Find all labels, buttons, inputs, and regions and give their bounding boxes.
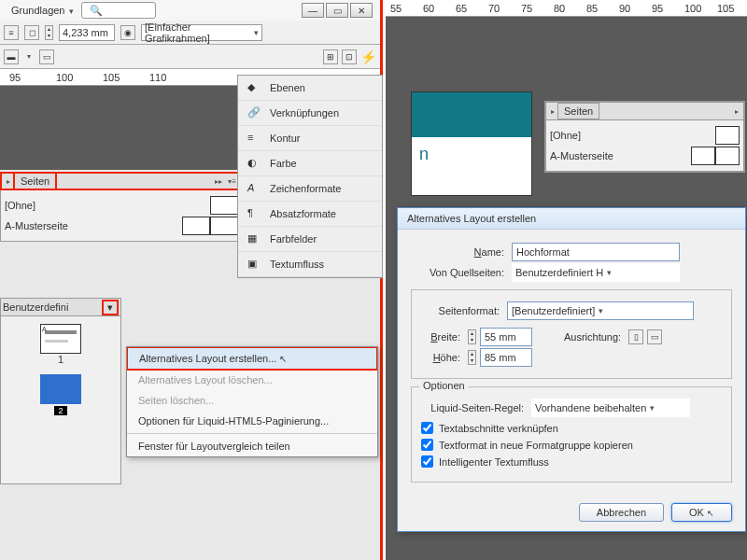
hoehe-label: Höhe: — [421, 352, 460, 363]
name-input[interactable]: Hochformat — [512, 243, 680, 261]
muster-thumb-l[interactable] — [182, 217, 210, 235]
breite-input[interactable]: 55 mm — [480, 328, 532, 346]
crop-icon[interactable]: ◻ — [24, 25, 39, 40]
ausrichtung-label: Ausrichtung: — [564, 331, 621, 343]
page2-label: 2 — [54, 406, 67, 415]
ohne-label[interactable]: [Ohne] — [5, 200, 35, 211]
panel-verknuepfungen[interactable]: 🔗Verknüpfungen — [238, 101, 382, 126]
ruler-right: 55 60 65 70 75 80 85 90 95 100 105 — [386, 0, 747, 17]
seiten-panel-header[interactable]: ▸ Seiten ▸▸ ▾≡ — [0, 172, 243, 190]
ctx-alt-layout-create[interactable]: Alternatives Layout erstellen... ↖ — [126, 346, 378, 371]
liquid-dropdown[interactable]: Vorhandene beibehalten — [531, 399, 690, 417]
portrait-icon[interactable]: ▯ — [628, 329, 643, 344]
muster-label[interactable]: A-Musterseite — [5, 220, 68, 231]
optionen-label: Optionen — [419, 380, 469, 391]
panel-absatzformate[interactable]: ¶Absatzformate — [238, 202, 382, 227]
panel-farbfelder[interactable]: ▦Farbfelder — [238, 227, 382, 252]
stepper[interactable]: ▴▾ — [45, 25, 53, 40]
frame-dropdown[interactable]: [Einfacher Grafikrahmen] — [141, 24, 262, 41]
opt2-icon[interactable]: ⊡ — [342, 49, 357, 64]
maximize-button[interactable]: ▭ — [326, 3, 348, 18]
chk-textumfluss[interactable] — [421, 455, 433, 468]
menu-grundlagen[interactable]: Grundlagen — [7, 3, 78, 18]
layout-menu-trigger[interactable]: ▾ — [102, 300, 119, 315]
muster-label-r[interactable]: A-Musterseite — [550, 150, 613, 161]
panel-zeichenformate[interactable]: AZeichenformate — [238, 176, 382, 202]
name-label: Name: — [411, 246, 504, 258]
opt1-icon[interactable]: ⊞ — [323, 49, 338, 64]
cancel-button[interactable]: Abbrechen — [579, 503, 664, 522]
breite-label: Breite: — [421, 331, 460, 343]
context-menu: Alternatives Layout erstellen... ↖ Alter… — [126, 346, 378, 457]
chk-textformat[interactable] — [421, 439, 433, 451]
benutzer-tab[interactable]: Benutzerdefini — [3, 301, 68, 313]
seiten-panel-right: ▸ Seiten ▸ [Ohne] A-Musterseite — [544, 101, 745, 173]
hoehe-input[interactable]: 85 mm — [480, 348, 532, 367]
page1-thumb[interactable]: A — [40, 324, 81, 354]
quell-label: Von Quellseiten: — [411, 267, 504, 278]
ctx-alt-layout-delete: Alternatives Layout löschen... — [127, 370, 377, 390]
reset-icon[interactable]: ◉ — [120, 25, 135, 40]
panel-farbe[interactable]: ◐Farbe — [238, 151, 382, 176]
panel-kontur[interactable]: ≡Kontur — [238, 126, 382, 151]
panels-dock: ◆Ebenen 🔗Verknüpfungen ≡Kontur ◐Farbe AZ… — [237, 75, 383, 278]
landscape-icon[interactable]: ▭ — [647, 329, 662, 344]
format-label: Seitenformat: — [421, 305, 500, 316]
seiten-tab-r[interactable]: Seiten — [557, 103, 599, 119]
measure-field[interactable]: 4,233 mm — [59, 24, 115, 41]
minimize-button[interactable]: — — [302, 3, 324, 18]
ctx-delete-pages: Seiten löschen... — [127, 390, 377, 411]
page2-thumb[interactable] — [40, 374, 81, 404]
panel-ebenen[interactable]: ◆Ebenen — [238, 76, 382, 101]
ctx-liquid-options[interactable]: Optionen für Liquid-HTML5-Paginierung... — [127, 411, 377, 431]
caret-icon[interactable]: ▾ — [24, 52, 34, 61]
liquid-label: Liquid-Seiten-Regel: — [421, 402, 524, 413]
quell-dropdown[interactable]: Benutzerdefiniert H — [512, 263, 680, 282]
tool2-icon[interactable]: ▭ — [39, 49, 54, 64]
page1-label: 1 — [5, 354, 117, 365]
alt-layout-dialog: Alternatives Layout erstellen Name:Hochf… — [397, 207, 746, 532]
panel-textumfluss[interactable]: ▣Textumfluss — [238, 252, 382, 277]
seiten-tab[interactable]: Seiten — [13, 172, 57, 190]
tool-icon[interactable]: ▬ — [4, 49, 19, 64]
close-button[interactable]: ✕ — [350, 3, 373, 18]
chk-textabschnitte[interactable] — [421, 422, 433, 434]
ok-button[interactable]: OK ↖ — [671, 503, 732, 522]
ctx-compare-window[interactable]: Fenster für Layoutvergleich teilen — [127, 436, 377, 456]
muster-thumb-r[interactable] — [210, 217, 238, 235]
dialog-title: Alternatives Layout erstellen — [398, 208, 745, 230]
format-dropdown[interactable]: [Benutzerdefiniert] — [507, 301, 694, 320]
align-icon[interactable]: ≡ — [4, 25, 19, 40]
search-input[interactable]: 🔍 — [81, 2, 156, 19]
flash-icon: ⚡ — [360, 49, 376, 64]
page-preview: n — [411, 91, 532, 196]
ohne-label-r[interactable]: [Ohne] — [550, 130, 581, 141]
ohne-thumb[interactable] — [210, 196, 238, 215]
